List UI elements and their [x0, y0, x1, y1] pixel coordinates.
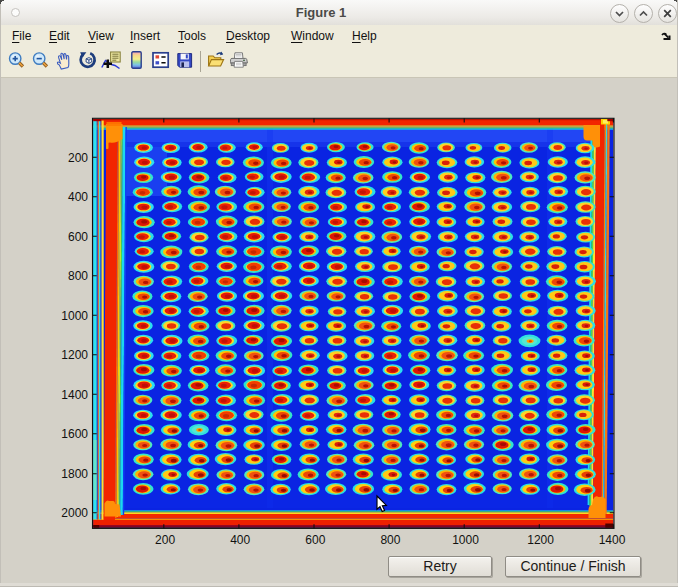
svg-text:1000: 1000: [61, 309, 88, 323]
svg-text:1200: 1200: [61, 348, 88, 362]
svg-text:800: 800: [380, 533, 400, 547]
svg-text:200: 200: [155, 533, 175, 547]
svg-text:1200: 1200: [527, 533, 554, 547]
svg-text:1000: 1000: [452, 533, 479, 547]
svg-text:400: 400: [230, 533, 250, 547]
svg-text:600: 600: [305, 533, 325, 547]
svg-text:800: 800: [68, 269, 88, 283]
svg-text:2000: 2000: [61, 506, 88, 520]
svg-text:600: 600: [68, 230, 88, 244]
svg-text:1600: 1600: [61, 427, 88, 441]
svg-text:200: 200: [68, 151, 88, 165]
svg-text:1400: 1400: [61, 388, 88, 402]
svg-text:400: 400: [68, 190, 88, 204]
svg-text:1800: 1800: [61, 467, 88, 481]
svg-text:1400: 1400: [599, 533, 626, 547]
